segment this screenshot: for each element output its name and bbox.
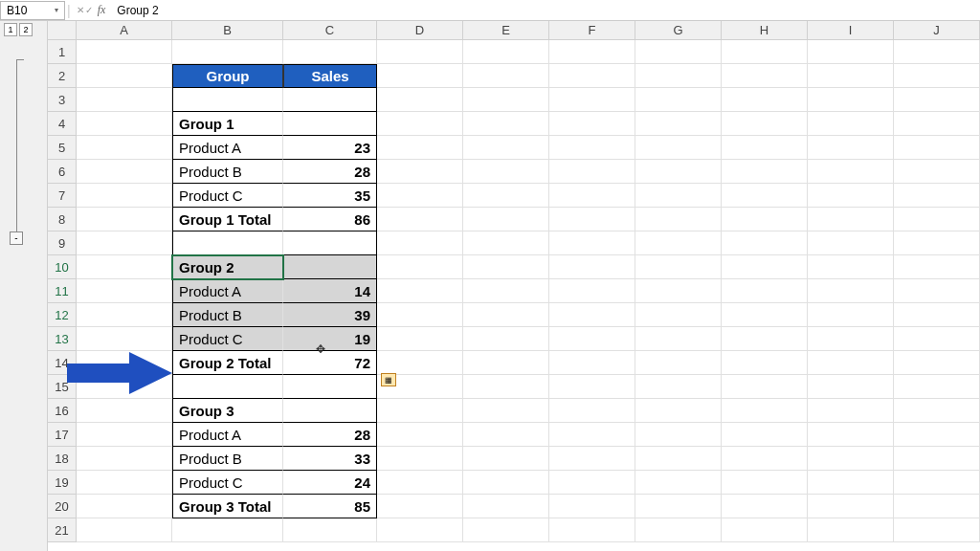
cell[interactable] xyxy=(77,136,172,160)
col-header-G[interactable]: G xyxy=(635,21,722,39)
cell[interactable] xyxy=(549,471,635,495)
cell[interactable] xyxy=(77,40,172,64)
cell[interactable] xyxy=(377,88,463,112)
cell[interactable] xyxy=(722,327,808,351)
cell[interactable] xyxy=(377,351,463,375)
cell[interactable] xyxy=(808,399,894,423)
header-sales[interactable]: Sales xyxy=(283,64,377,88)
cell[interactable] xyxy=(635,40,722,64)
cell[interactable] xyxy=(377,471,463,495)
cell[interactable] xyxy=(722,88,808,112)
cell[interactable]: Group 3 Total xyxy=(172,495,283,518)
row-header[interactable]: 17 xyxy=(48,423,77,447)
cell[interactable] xyxy=(549,231,635,255)
cell[interactable] xyxy=(549,351,635,375)
cell[interactable] xyxy=(377,303,463,327)
cell[interactable] xyxy=(635,351,722,375)
cell[interactable] xyxy=(722,231,808,255)
cell[interactable] xyxy=(808,184,894,208)
cell[interactable] xyxy=(722,351,808,375)
cell[interactable] xyxy=(463,64,549,88)
cell[interactable] xyxy=(808,447,894,471)
cell[interactable] xyxy=(549,327,635,351)
cell[interactable] xyxy=(377,423,463,447)
cell[interactable] xyxy=(808,471,894,495)
cell[interactable] xyxy=(77,64,172,88)
cell[interactable] xyxy=(722,423,808,447)
cell[interactable] xyxy=(722,208,808,231)
cell[interactable] xyxy=(808,518,894,542)
row-header[interactable]: 21 xyxy=(48,518,77,542)
cell[interactable] xyxy=(549,160,635,184)
cell[interactable] xyxy=(549,375,635,399)
cell[interactable] xyxy=(894,399,980,423)
cell[interactable] xyxy=(77,518,172,542)
cell[interactable] xyxy=(894,184,980,208)
row-header[interactable]: 12 xyxy=(48,303,77,327)
cell-group3-title[interactable]: Group 3 xyxy=(172,399,283,423)
cell[interactable] xyxy=(377,208,463,231)
cell[interactable] xyxy=(808,423,894,447)
cell[interactable] xyxy=(808,279,894,303)
cell[interactable]: Group 2 Total xyxy=(172,351,283,375)
cell[interactable] xyxy=(77,423,172,447)
cell[interactable] xyxy=(635,423,722,447)
formula-input[interactable] xyxy=(109,2,980,19)
cell[interactable] xyxy=(894,136,980,160)
cell[interactable] xyxy=(635,447,722,471)
cell[interactable] xyxy=(77,255,172,279)
row-header[interactable]: 18 xyxy=(48,447,77,471)
cell[interactable]: 35 xyxy=(283,184,377,208)
cell[interactable] xyxy=(894,88,980,112)
cell[interactable] xyxy=(635,255,722,279)
cell[interactable]: Product B xyxy=(172,303,283,327)
cell[interactable] xyxy=(549,255,635,279)
cell[interactable] xyxy=(549,88,635,112)
cell[interactable] xyxy=(808,255,894,279)
row-header[interactable]: 6 xyxy=(48,160,77,184)
cell[interactable] xyxy=(377,231,463,255)
name-box[interactable]: B10 ▾ xyxy=(0,1,65,20)
cell[interactable] xyxy=(377,518,463,542)
cell[interactable] xyxy=(635,399,722,423)
col-header-H[interactable]: H xyxy=(722,21,808,39)
cell[interactable] xyxy=(808,64,894,88)
cell[interactable] xyxy=(463,160,549,184)
outline-level-1[interactable]: 1 xyxy=(4,23,17,36)
cell[interactable] xyxy=(894,303,980,327)
cell[interactable] xyxy=(635,231,722,255)
cell[interactable] xyxy=(635,303,722,327)
cell[interactable] xyxy=(894,231,980,255)
cell[interactable] xyxy=(549,399,635,423)
cell[interactable] xyxy=(463,399,549,423)
cell[interactable] xyxy=(77,88,172,112)
cell[interactable] xyxy=(377,160,463,184)
cell[interactable]: Group 1 Total xyxy=(172,208,283,231)
cell[interactable] xyxy=(635,495,722,518)
cell[interactable] xyxy=(722,447,808,471)
cell[interactable] xyxy=(549,447,635,471)
cell[interactable]: Product C xyxy=(172,327,283,351)
cell[interactable] xyxy=(894,375,980,399)
cell[interactable] xyxy=(463,279,549,303)
cell[interactable] xyxy=(77,208,172,231)
cell[interactable]: 85 xyxy=(283,495,377,518)
cell[interactable] xyxy=(77,112,172,136)
cell[interactable] xyxy=(377,399,463,423)
col-header-A[interactable]: A xyxy=(77,21,172,39)
cell[interactable] xyxy=(635,327,722,351)
cell-group1-title[interactable]: Group 1 xyxy=(172,112,283,136)
cell[interactable] xyxy=(635,160,722,184)
cell[interactable] xyxy=(377,136,463,160)
cell[interactable] xyxy=(722,184,808,208)
cell[interactable] xyxy=(549,279,635,303)
cell[interactable] xyxy=(808,327,894,351)
cell[interactable]: Product A xyxy=(172,136,283,160)
cell[interactable] xyxy=(894,447,980,471)
cell[interactable] xyxy=(377,327,463,351)
cell[interactable] xyxy=(635,208,722,231)
cell[interactable] xyxy=(172,231,283,255)
cell[interactable] xyxy=(549,303,635,327)
cell-group2-title[interactable]: Group 2 xyxy=(172,255,283,279)
cell[interactable] xyxy=(722,136,808,160)
